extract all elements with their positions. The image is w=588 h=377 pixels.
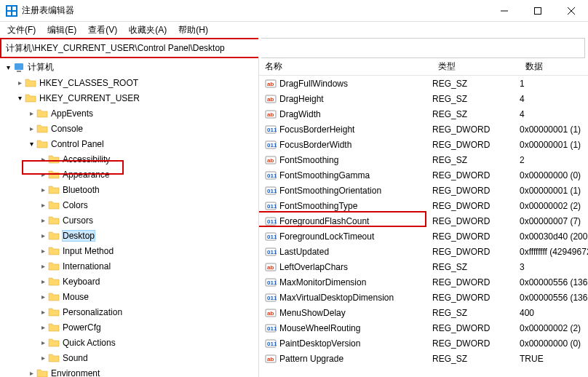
tree-bluetooth[interactable]: ▸Bluetooth — [0, 182, 258, 197]
value-type: REG_SZ — [432, 94, 520, 104]
tree-console[interactable]: ▸Console — [0, 121, 258, 136]
svg-text:011: 011 — [267, 127, 277, 133]
value-row-LeftOverlapChars[interactable]: abLeftOverlapCharsREG_SZ3 — [259, 259, 588, 274]
value-type: REG_SZ — [432, 155, 520, 165]
menu-favorites[interactable]: 收藏夹(A) — [124, 23, 171, 38]
maximize-button[interactable] — [521, 0, 555, 22]
value-row-MaxVirtualDesktopDimension[interactable]: 011MaxVirtualDesktopDimensionREG_DWORD0x… — [259, 290, 588, 305]
value-row-PaintDesktopVersion[interactable]: 011PaintDesktopVersionREG_DWORD0x0000000… — [259, 336, 588, 351]
value-row-DragHeight[interactable]: abDragHeightREG_SZ4 — [259, 91, 588, 106]
svg-text:011: 011 — [267, 279, 277, 286]
tree-powercfg[interactable]: ▸PowerCfg — [0, 320, 258, 335]
svg-text:011: 011 — [267, 341, 277, 347]
value-data: 0xffffffff (4294967295) — [520, 247, 588, 257]
minimize-button[interactable] — [488, 0, 521, 22]
value-type: REG_SZ — [432, 79, 520, 89]
svg-text:ab: ab — [267, 356, 274, 362]
value-data: 0x00000001 (1) — [520, 186, 588, 196]
value-data: 0x00000556 (1366) — [520, 293, 588, 303]
tree-control-panel[interactable]: ▾Control Panel — [0, 136, 258, 151]
value-row-ForegroundFlashCount[interactable]: 011ForegroundFlashCountREG_DWORD0x000000… — [259, 213, 588, 229]
tree-quick-actions[interactable]: ▸Quick Actions — [0, 335, 258, 350]
address-text: 计算机\HKEY_CURRENT_USER\Control Panel\Desk… — [6, 42, 225, 55]
tree-appearance[interactable]: ▸Appearance — [0, 167, 258, 182]
tree-keyboard[interactable]: ▸Keyboard — [0, 274, 258, 289]
menu-edit[interactable]: 编辑(E) — [43, 23, 81, 38]
value-type: REG_DWORD — [432, 231, 520, 242]
value-data: 0x00000000 (0) — [520, 170, 588, 180]
tree-desktop[interactable]: ▸Desktop — [0, 228, 258, 243]
value-type: REG_DWORD — [432, 247, 520, 257]
menu-view[interactable]: 查看(V) — [84, 23, 122, 38]
value-data: 0x00000001 (1) — [520, 124, 588, 135]
value-row-FocusBorderWidth[interactable]: 011FocusBorderWidthREG_DWORD0x00000001 (… — [259, 137, 588, 152]
tree-environment[interactable]: ▸Environment — [0, 365, 258, 377]
tree-appevents[interactable]: ▸AppEvents — [0, 106, 258, 121]
tree-cursors[interactable]: ▸Cursors — [0, 213, 258, 228]
tree-personalization[interactable]: ▸Personalization — [0, 304, 258, 320]
value-row-FontSmoothingOrientation[interactable]: 011FontSmoothingOrientationREG_DWORD0x00… — [259, 183, 588, 198]
value-row-MenuShowDelay[interactable]: abMenuShowDelayREG_SZ400 — [259, 305, 588, 320]
col-data[interactable]: 数据 — [520, 60, 588, 73]
svg-text:ab: ab — [267, 111, 274, 118]
value-data: 1 — [520, 79, 588, 89]
menu-help[interactable]: 帮助(H) — [174, 23, 212, 38]
value-data: 4 — [520, 94, 588, 104]
value-row-DragFullWindows[interactable]: abDragFullWindowsREG_SZ1 — [259, 76, 588, 91]
value-data: 0x00000001 (1) — [520, 140, 588, 150]
value-name: DragWidth — [279, 109, 432, 119]
value-row-MaxMonitorDimension[interactable]: 011MaxMonitorDimensionREG_DWORD0x0000055… — [259, 274, 588, 290]
menubar: 文件(F) 编辑(E) 查看(V) 收藏夹(A) 帮助(H) — [0, 22, 588, 38]
tree-sound[interactable]: ▸Sound — [0, 350, 258, 365]
value-name: DragFullWindows — [279, 79, 432, 89]
value-name: ForegroundLockTimeout — [279, 231, 432, 242]
value-row-Pattern Upgrade[interactable]: abPattern UpgradeREG_SZTRUE — [259, 351, 588, 366]
value-name: FocusBorderWidth — [279, 140, 432, 150]
value-data: TRUE — [520, 354, 588, 364]
address-bar-rest[interactable] — [261, 38, 585, 58]
value-type: REG_DWORD — [432, 170, 520, 180]
value-type: REG_DWORD — [432, 277, 520, 287]
close-button[interactable] — [555, 0, 588, 22]
svg-text:011: 011 — [267, 188, 277, 194]
value-row-LastUpdated[interactable]: 011LastUpdatedREG_DWORD0xffffffff (42949… — [259, 244, 588, 259]
col-name[interactable]: 名称 — [259, 60, 432, 73]
svg-text:011: 011 — [267, 142, 277, 148]
tree-colors[interactable]: ▸Colors — [0, 197, 258, 213]
svg-text:011: 011 — [267, 203, 277, 210]
tree-accessibility[interactable]: ▸Accessibility — [0, 151, 258, 167]
address-bar[interactable]: 计算机\HKEY_CURRENT_USER\Control Panel\Desk… — [0, 38, 258, 58]
value-row-MouseWheelRouting[interactable]: 011MouseWheelRoutingREG_DWORD0x00000002 … — [259, 320, 588, 336]
list-panel[interactable]: 名称 类型 数据 abDragFullWindowsREG_SZ1abDragH… — [259, 58, 588, 377]
value-data: 3 — [520, 262, 588, 272]
value-row-FontSmoothing[interactable]: abFontSmoothingREG_SZ2 — [259, 152, 588, 167]
value-type: REG_SZ — [432, 354, 520, 364]
value-name: FontSmoothingOrientation — [279, 186, 432, 196]
value-data: 0x00000000 (0) — [520, 338, 588, 349]
value-name: MenuShowDelay — [279, 308, 432, 318]
col-type[interactable]: 类型 — [432, 60, 520, 73]
tree-mouse[interactable]: ▸Mouse — [0, 289, 258, 304]
tree-panel[interactable]: ▾计算机▸HKEY_CLASSES_ROOT▾HKEY_CURRENT_USER… — [0, 58, 259, 377]
tree-root[interactable]: ▾计算机 — [0, 60, 258, 75]
value-type: REG_DWORD — [432, 216, 520, 226]
svg-text:011: 011 — [267, 218, 277, 225]
value-row-FontSmoothingGamma[interactable]: 011FontSmoothingGammaREG_DWORD0x00000000… — [259, 167, 588, 183]
tree-hkcu[interactable]: ▾HKEY_CURRENT_USER — [0, 90, 258, 106]
svg-text:011: 011 — [267, 249, 277, 255]
svg-rect-5 — [535, 7, 541, 14]
value-row-FocusBorderHeight[interactable]: 011FocusBorderHeightREG_DWORD0x00000001 … — [259, 122, 588, 137]
tree-international[interactable]: ▸International — [0, 258, 258, 274]
value-row-ForegroundLockTimeout[interactable]: 011ForegroundLockTimeoutREG_DWORD0x00030… — [259, 229, 588, 244]
svg-text:011: 011 — [267, 325, 277, 332]
menu-file[interactable]: 文件(F) — [3, 23, 40, 38]
value-name: LastUpdated — [279, 247, 432, 257]
svg-text:ab: ab — [267, 96, 274, 103]
titlebar: 注册表编辑器 — [0, 0, 588, 22]
tree-input-method[interactable]: ▸Input Method — [0, 243, 258, 258]
tree-hkcr[interactable]: ▸HKEY_CLASSES_ROOT — [0, 75, 258, 90]
value-type: REG_SZ — [432, 308, 520, 318]
value-row-DragWidth[interactable]: abDragWidthREG_SZ4 — [259, 106, 588, 122]
value-name: LeftOverlapChars — [279, 262, 432, 272]
value-row-FontSmoothingType[interactable]: 011FontSmoothingTypeREG_DWORD0x00000002 … — [259, 198, 588, 213]
